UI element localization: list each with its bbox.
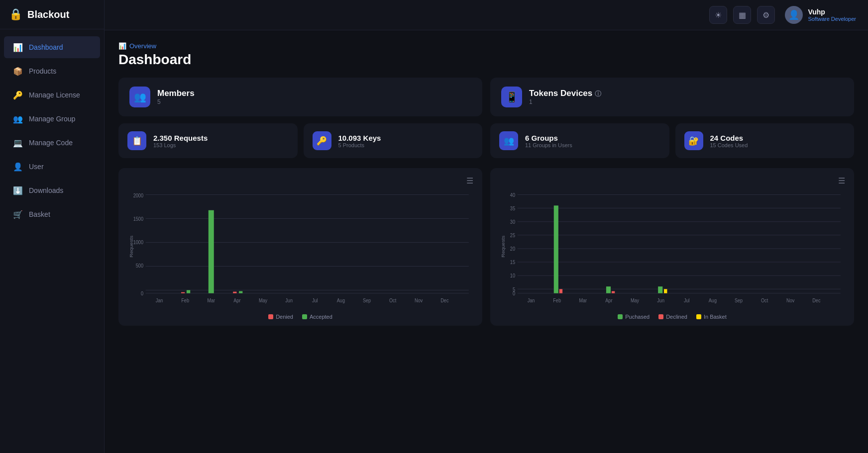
tokens-icon: 📱 — [501, 87, 522, 107]
breadcrumb-path: Overview — [129, 42, 156, 50]
svg-text:Dec: Dec — [812, 298, 820, 304]
products-icon: 📦 — [13, 66, 23, 76]
svg-rect-27 — [209, 210, 214, 293]
purchased-label: Puchased — [625, 314, 650, 320]
right-chart-card: ☰ 0 — [490, 168, 854, 326]
dashboard-icon: 📊 — [13, 42, 23, 52]
sidebar-item-products[interactable]: 📦 Products — [4, 60, 100, 82]
svg-text:Jan: Jan — [156, 298, 163, 304]
declined-label: Declined — [666, 314, 687, 320]
requests-icon: 📋 — [127, 131, 146, 150]
sidebar-item-label-dashboard: Dashboard — [29, 43, 63, 51]
svg-rect-60 — [554, 205, 558, 293]
svg-text:35: 35 — [510, 205, 516, 211]
legend-accepted: Accepted — [302, 314, 332, 320]
right-chart-area: 0 5 10 15 20 25 30 35 40 Requests Jan Fe… — [499, 189, 845, 309]
topbar: ☀ ▦ ⚙ 👤 Vuhp Software Developer — [105, 0, 868, 30]
content-area: 📊 Overview Dashboard 👥 Members 5 — [105, 30, 868, 453]
keys-card: 🔑 10.093 Keys 5 Products — [304, 123, 483, 158]
svg-rect-65 — [664, 289, 667, 293]
svg-text:2000: 2000 — [133, 192, 144, 198]
keys-sub: 5 Products — [338, 142, 381, 148]
requests-sub: 153 Logs — [153, 142, 208, 148]
main-area: ☀ ▦ ⚙ 👤 Vuhp Software Developer 📊 Overvi… — [105, 0, 868, 453]
svg-text:40: 40 — [510, 192, 516, 198]
svg-text:Nov: Nov — [415, 298, 423, 304]
svg-rect-63 — [559, 289, 562, 293]
svg-text:Jun: Jun — [285, 298, 293, 304]
left-stats-column: 👥 Members 5 📋 2.350 Requests 153 Logs — [118, 78, 482, 158]
sidebar-item-dashboard[interactable]: 📊 Dashboard — [4, 36, 100, 58]
avatar: 👤 — [785, 6, 803, 24]
theme-toggle-button[interactable]: ☀ — [709, 6, 727, 24]
user-profile[interactable]: 👤 Vuhp Software Developer — [785, 6, 856, 24]
in-basket-label: In Basket — [704, 314, 727, 320]
members-card: 👥 Members 5 — [118, 78, 482, 116]
svg-text:Jul: Jul — [684, 298, 690, 304]
svg-text:1500: 1500 — [133, 216, 144, 222]
logo: 🔒 Blackout — [0, 0, 104, 29]
svg-text:5: 5 — [513, 286, 516, 292]
svg-text:Nov: Nov — [786, 298, 794, 304]
svg-text:Oct: Oct — [761, 298, 768, 304]
stats-grid: 👥 Members 5 📋 2.350 Requests 153 Logs — [118, 78, 854, 158]
sidebar-item-basket[interactable]: 🛒 Basket — [4, 203, 100, 225]
downloads-icon: ⬇️ — [13, 185, 23, 195]
sidebar-item-manage-group[interactable]: 👥 Manage Group — [4, 108, 100, 130]
tokens-count: 1 — [529, 98, 601, 105]
svg-rect-61 — [606, 286, 611, 293]
sub-stats-left: 📋 2.350 Requests 153 Logs 🔑 10.093 Keys … — [118, 123, 482, 158]
svg-text:Aug: Aug — [337, 298, 345, 304]
page-title: Dashboard — [118, 52, 854, 68]
sidebar-item-label-manage-code: Manage Code — [29, 139, 73, 147]
right-chart-legend: Puchased Declined In Basket — [499, 314, 845, 320]
svg-text:Requests: Requests — [501, 236, 506, 258]
sidebar-item-downloads[interactable]: ⬇️ Downloads — [4, 180, 100, 201]
accepted-label: Accepted — [310, 314, 332, 320]
legend-purchased: Puchased — [618, 314, 650, 320]
tokens-label: Tokens Devices ⓘ — [529, 89, 601, 98]
left-chart-menu-icon[interactable]: ☰ — [466, 176, 473, 185]
svg-text:Sep: Sep — [735, 298, 743, 304]
user-name: Vuhp — [808, 8, 856, 16]
sidebar-item-label-manage-group: Manage Group — [29, 115, 75, 123]
svg-rect-62 — [658, 286, 662, 293]
requests-card: 📋 2.350 Requests 153 Logs — [118, 123, 298, 158]
svg-text:500: 500 — [136, 263, 144, 269]
codes-icon: 🔐 — [684, 131, 703, 150]
members-icon: 👥 — [129, 87, 150, 107]
svg-rect-25 — [233, 292, 236, 293]
codes-sub: 15 Codes Used — [710, 142, 748, 148]
layout-toggle-button[interactable]: ▦ — [733, 6, 751, 24]
members-count: 5 — [157, 98, 195, 105]
user-icon: 👤 — [13, 162, 23, 172]
sidebar-item-label-user: User — [29, 163, 44, 171]
sidebar-item-manage-code[interactable]: 💻 Manage Code — [4, 132, 100, 154]
sidebar-item-manage-license[interactable]: 🔑 Manage License — [4, 84, 100, 106]
left-chart-card: ☰ 0 500 1000 — [118, 168, 482, 326]
svg-text:25: 25 — [510, 232, 516, 238]
manage-license-icon: 🔑 — [13, 90, 23, 100]
svg-text:20: 20 — [510, 246, 516, 252]
right-chart-menu-icon[interactable]: ☰ — [838, 176, 845, 185]
sidebar-item-label-basket: Basket — [29, 210, 50, 218]
logo-text: Blackout — [27, 9, 69, 20]
right-stats-column: 📱 Tokens Devices ⓘ 1 👥 6 Groups 11 Group… — [490, 78, 854, 158]
denied-dot — [268, 314, 273, 319]
svg-text:Apr: Apr — [605, 298, 613, 304]
basket-icon: 🛒 — [13, 209, 23, 219]
keys-icon: 🔑 — [313, 131, 331, 150]
groups-icon: 👥 — [499, 131, 518, 150]
left-chart-area: 0 500 1000 1500 2000 Requests Jan Feb Ma… — [127, 189, 473, 309]
settings-button[interactable]: ⚙ — [757, 6, 775, 24]
left-chart-svg: 0 500 1000 1500 2000 Requests Jan Feb Ma… — [127, 189, 473, 309]
svg-text:Feb: Feb — [553, 298, 561, 304]
svg-rect-24 — [181, 292, 185, 293]
sidebar: 🔒 Blackout 📊 Dashboard 📦 Products 🔑 Mana… — [0, 0, 105, 453]
members-label: Members — [157, 89, 195, 98]
sidebar-item-user[interactable]: 👤 User — [4, 156, 100, 178]
declined-dot — [658, 314, 663, 319]
svg-text:Jun: Jun — [657, 298, 664, 304]
in-basket-dot — [696, 314, 701, 319]
svg-text:Mar: Mar — [579, 298, 587, 304]
